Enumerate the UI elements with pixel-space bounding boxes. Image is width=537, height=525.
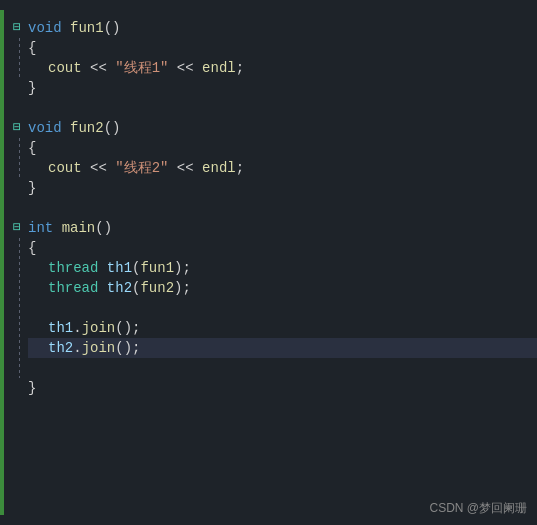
fold-button-main[interactable]: ⊟ [10,218,24,238]
code-line: { [28,238,537,258]
code-line: thread th1 ( fun1 ); [28,258,537,278]
fold-button-fun1[interactable]: ⊟ [10,18,24,38]
code-line: { [28,138,537,158]
fold-button-fun2[interactable]: ⊟ [10,118,24,138]
section-gap [10,198,537,218]
fold-gutter [10,38,28,78]
code-line: } [10,178,537,198]
section-gap [10,98,537,118]
code-line: cout << "线程1" << endl ; [28,58,537,78]
fold-gutter [10,238,28,378]
code-line: } [10,378,537,398]
fun1-body: { cout << "线程1" << endl ; [10,38,537,78]
fold-line [19,238,20,378]
code-line: } [10,78,537,98]
code-line: thread th2 ( fun2 ); [28,278,537,298]
code-line: ⊟ void fun2() [10,118,537,138]
watermark: CSDN @梦回阑珊 [429,500,527,517]
code-line: cout << "线程2" << endl ; [28,158,537,178]
fun1-section: ⊟ void fun1() { cout << [10,18,537,98]
main-section: ⊟ int main() { thread th1 ( [10,218,537,398]
fold-line [19,138,20,178]
code-line: ⊟ void fun1() [10,18,537,38]
code-line-highlighted: th2 . join (); [28,338,537,358]
fun2-body: { cout << "线程2" << endl ; [10,138,537,178]
main-body: { thread th1 ( fun1 ); thread [10,238,537,378]
code-editor: ⊟ void fun1() { cout << [0,0,537,525]
code-line: th1 . join (); [28,318,537,338]
code-line: ⊟ int main() [10,218,537,238]
fun2-section: ⊟ void fun2() { cout << "线程 [10,118,537,198]
code-line-empty [28,298,537,318]
code-area: ⊟ void fun1() { cout << [0,0,537,525]
code-line: { [28,38,537,58]
fold-gutter [10,138,28,178]
fold-line [19,38,20,78]
